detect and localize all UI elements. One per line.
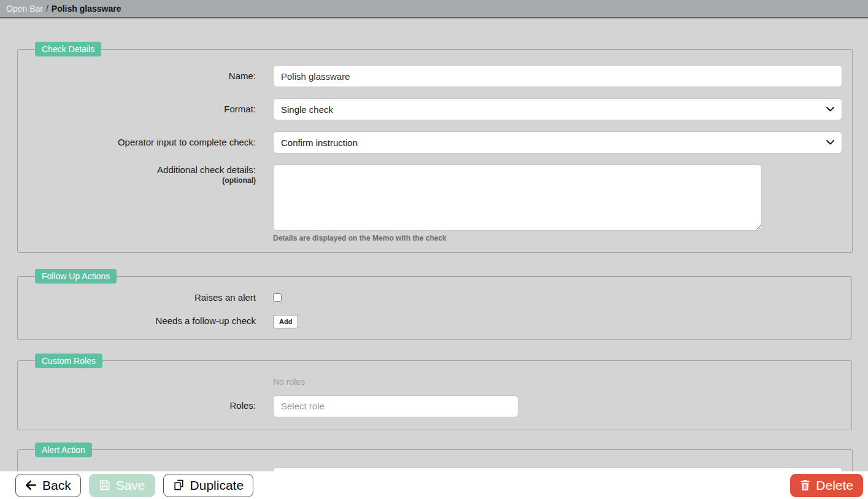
- format-row: Format: Single check: [28, 98, 842, 120]
- optional-hint: (optional): [28, 176, 256, 185]
- action-bar: Back Save Duplicate Delete: [0, 471, 868, 499]
- save-button-label: Save: [116, 479, 145, 492]
- follow-up-check-row: Needs a follow-up check Add: [28, 315, 842, 328]
- custom-roles-section: Custom Roles No roles Roles:: [17, 354, 852, 430]
- name-row: Name:: [28, 65, 842, 87]
- duplicate-copy-icon: [173, 479, 185, 491]
- delete-button-label: Delete: [816, 479, 853, 492]
- operator-input-label: Operator input to complete check:: [28, 137, 256, 149]
- format-label: Format:: [28, 104, 256, 115]
- no-roles-row: No roles: [28, 377, 842, 395]
- name-label: Name:: [28, 71, 256, 82]
- operator-input-row: Operator input to complete check: Confir…: [28, 131, 842, 153]
- back-arrow-icon: [25, 479, 37, 491]
- name-input[interactable]: [273, 65, 842, 87]
- raises-alert-row: Raises an alert: [28, 292, 842, 304]
- check-details-section-title: Check Details: [35, 42, 101, 56]
- additional-details-row: Additional check details: (optional) Det…: [28, 164, 842, 242]
- follow-up-actions-section: Follow Up Actions Raises an alert Needs …: [17, 269, 852, 340]
- back-button[interactable]: Back: [15, 474, 81, 497]
- format-select-wrap: Single check: [273, 98, 842, 120]
- additional-details-field: Details are displayed on the Memo with t…: [273, 164, 842, 242]
- format-select[interactable]: Single check: [273, 98, 842, 120]
- duplicate-button-label: Duplicate: [190, 479, 244, 492]
- additional-details-label: Additional check details: (optional): [28, 164, 256, 185]
- no-roles-text: No roles: [273, 377, 842, 387]
- details-help-text: Details are displayed on the Memo with t…: [273, 234, 842, 242]
- breadcrumb-parent-link[interactable]: Open Bar: [6, 4, 43, 14]
- alert-action-section-title: Alert Action: [35, 443, 92, 457]
- additional-details-label-text: Additional check details:: [157, 164, 256, 175]
- duplicate-button[interactable]: Duplicate: [163, 474, 254, 497]
- main-content: Check Details Name: Format: Single check…: [0, 18, 868, 499]
- save-button[interactable]: Save: [89, 474, 155, 497]
- breadcrumb-separator: /: [46, 4, 48, 14]
- raises-alert-checkbox[interactable]: [273, 293, 282, 302]
- roles-label: Roles:: [28, 400, 256, 412]
- trash-icon: [800, 479, 810, 491]
- save-floppy-icon: [99, 479, 110, 491]
- check-details-section: Check Details Name: Format: Single check…: [17, 42, 853, 253]
- page-title: Polish glassware: [52, 4, 121, 14]
- roles-row: Roles:: [28, 395, 842, 417]
- back-button-label: Back: [42, 479, 71, 492]
- custom-roles-section-title: Custom Roles: [35, 354, 102, 368]
- breadcrumb: Open Bar / Polish glassware: [0, 0, 868, 18]
- add-follow-up-button[interactable]: Add: [273, 315, 298, 328]
- raises-alert-label: Raises an alert: [28, 292, 256, 304]
- additional-details-textarea[interactable]: [273, 164, 762, 231]
- operator-select-wrap: Confirm instruction: [273, 131, 842, 153]
- operator-input-select[interactable]: Confirm instruction: [273, 131, 842, 153]
- follow-up-actions-section-title: Follow Up Actions: [35, 269, 117, 284]
- delete-button[interactable]: Delete: [790, 474, 863, 497]
- follow-up-check-label: Needs a follow-up check: [28, 315, 256, 327]
- select-role-input[interactable]: [273, 395, 518, 417]
